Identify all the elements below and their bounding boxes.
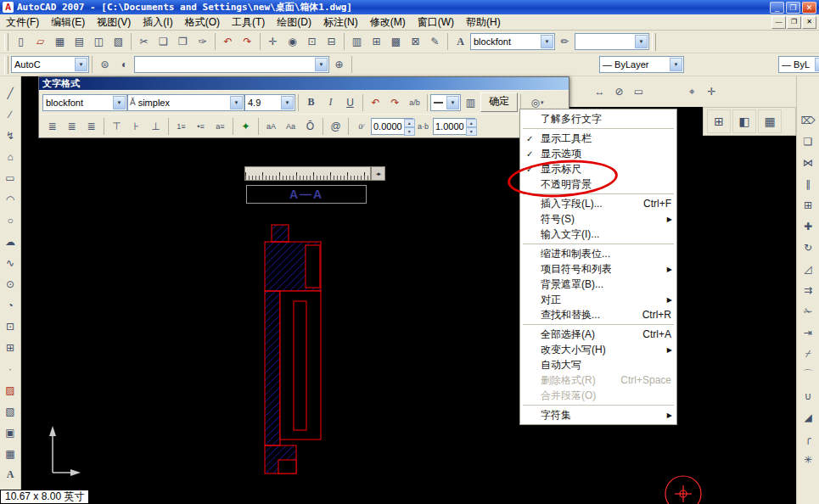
workspace-combo[interactable]: AutoC▼	[11, 56, 89, 73]
zoom-realtime-icon[interactable]: ◉	[283, 32, 302, 52]
drawing-canvas[interactable]: ◂▸ A—A	[21, 76, 796, 504]
dropdown-arrow-icon[interactable]: ▼	[541, 35, 553, 48]
uppercase-icon[interactable]: aA	[261, 116, 281, 136]
erase-icon[interactable]: ⌦	[799, 110, 818, 130]
text-style-icon[interactable]: A	[451, 32, 470, 52]
mdi-restore-button[interactable]: ❐	[787, 16, 801, 29]
menu-draw[interactable]: 绘图(D)	[271, 14, 317, 31]
menu-item-insert-field[interactable]: 插入字段(L)...Ctrl+F	[520, 196, 676, 211]
bold-icon[interactable]: B	[301, 92, 321, 112]
menu-modify[interactable]: 修改(M)	[364, 14, 412, 31]
underline-icon[interactable]: U	[340, 92, 360, 112]
close-button[interactable]: ✕	[802, 2, 816, 14]
layer-states-icon[interactable]: ◐	[115, 55, 134, 75]
justify-left-icon[interactable]: ≣	[42, 116, 62, 136]
layers-icon[interactable]: ⊜	[95, 55, 115, 75]
open-file-icon[interactable]: ▱	[31, 32, 50, 52]
menu-item-autocaps[interactable]: 自动大写	[520, 357, 676, 372]
overline-icon[interactable]: Ō	[300, 116, 320, 136]
justify-right-icon[interactable]: ≣	[81, 116, 101, 136]
ruler-width-handle-icon[interactable]: ◂▸	[371, 166, 385, 181]
menu-tools[interactable]: 工具(T)	[226, 14, 271, 31]
menu-help[interactable]: 帮助(H)	[460, 14, 507, 31]
menu-item-background-mask[interactable]: 背景遮罩(B)...	[520, 277, 676, 292]
menu-window[interactable]: 窗口(W)	[412, 14, 460, 31]
menu-item-bullets-lists[interactable]: 项目符号和列表▶	[520, 261, 676, 277]
menu-format[interactable]: 格式(O)	[179, 14, 226, 31]
new-file-icon[interactable]: ▯	[11, 32, 31, 52]
revision-cloud-icon[interactable]: ☁	[1, 232, 20, 251]
mdi-close-button[interactable]: ✕	[802, 16, 816, 29]
osnap-icon[interactable]: ⌖	[682, 82, 702, 102]
mtext-undo-icon[interactable]: ↶	[366, 92, 385, 112]
menu-dimension[interactable]: 标注(N)	[317, 14, 364, 31]
dropdown-arrow-icon[interactable]: ▼	[815, 58, 819, 71]
multiline-text-icon[interactable]: A	[1, 465, 20, 484]
dropdown-arrow-icon[interactable]: ▼	[446, 96, 459, 109]
lowercase-icon[interactable]: Aa	[281, 116, 300, 136]
menu-item-indents-tabs[interactable]: 缩进和制表位...	[520, 246, 676, 261]
menu-item-character-set[interactable]: 字符集▶	[520, 407, 676, 423]
region-icon[interactable]: ▣	[1, 423, 20, 442]
line-icon[interactable]: ╱	[1, 83, 20, 103]
arc-icon[interactable]: ◠	[1, 189, 20, 209]
toolbar-fragment-icon-3[interactable]: ▦	[758, 109, 782, 133]
ruler-toggle-icon[interactable]: ▥	[461, 92, 480, 112]
stretch-icon[interactable]: ⇉	[799, 280, 818, 300]
menu-item-import-text[interactable]: 输入文字(I)...	[520, 227, 676, 242]
break-icon[interactable]: ⌒	[799, 365, 818, 384]
tool-palettes-icon[interactable]: ▩	[386, 32, 406, 52]
numbered-list-icon[interactable]: 1≡	[171, 116, 191, 136]
markup-icon[interactable]: ✎	[425, 32, 445, 52]
dropdown-arrow-icon[interactable]: ▼	[635, 35, 648, 48]
mtext-edit-box[interactable]: A—A	[246, 185, 367, 204]
ok-button[interactable]: 确定	[480, 92, 518, 112]
copy-clip-icon[interactable]: ❏	[154, 32, 173, 52]
menu-item-show-toolbar[interactable]: ✓显示工具栏	[520, 131, 676, 146]
list-icon[interactable]: ▭	[629, 82, 648, 102]
array-icon[interactable]: ⊞	[799, 195, 818, 215]
bullet-list-icon[interactable]: •≡	[191, 116, 210, 136]
mtext-style-combo[interactable]: blockfont▼	[42, 94, 127, 111]
mirror-icon[interactable]: ⋈	[799, 153, 818, 172]
menu-edit[interactable]: 编辑(E)	[45, 14, 91, 31]
circle-icon[interactable]: ○	[1, 210, 20, 230]
scale-icon[interactable]: ◿	[799, 259, 818, 278]
zoom-window-icon[interactable]: ⊡	[302, 32, 322, 52]
offset-icon[interactable]: ∥	[799, 174, 818, 193]
plot-icon[interactable]: ▤	[70, 32, 89, 52]
table-icon[interactable]: ▦	[1, 444, 20, 463]
spline-icon[interactable]: ∿	[1, 253, 20, 272]
lineweight-combo[interactable]: — ByL▼	[778, 56, 819, 73]
mtext-color-combo[interactable]: ▼	[430, 94, 461, 111]
mtext-ruler[interactable]: ◂▸	[244, 166, 385, 181]
menu-item-symbol[interactable]: 符号(S)▶	[520, 211, 676, 227]
construction-line-icon[interactable]: ∕	[1, 104, 20, 124]
menu-insert[interactable]: 插入(I)	[137, 14, 178, 31]
justify-center-icon[interactable]: ≣	[62, 116, 81, 136]
symbol-icon[interactable]: @	[326, 116, 345, 136]
rotate-icon[interactable]: ↻	[799, 238, 818, 257]
toolbar-fragment-icon-2[interactable]: ◧	[732, 109, 756, 133]
menu-item-find-replace[interactable]: 查找和替换...Ctrl+R	[520, 307, 676, 322]
oblique-angle-icon[interactable]: 0∕	[351, 116, 371, 136]
align-top-icon[interactable]: ⊤	[107, 116, 126, 136]
restore-button[interactable]: ❐	[786, 2, 800, 14]
mdi-minimize-button[interactable]: —	[771, 16, 786, 29]
menu-view[interactable]: 视图(V)	[91, 14, 137, 31]
mtext-font-combo[interactable]: Ăsimplex▼	[127, 94, 244, 111]
chamfer-icon[interactable]: ◢	[799, 407, 818, 427]
publish-icon[interactable]: ▧	[109, 32, 128, 52]
dropdown-arrow-icon[interactable]: ▼	[315, 58, 328, 71]
edit-text-icon[interactable]: ✏	[555, 32, 575, 52]
dropdown-arrow-icon[interactable]: ▼	[281, 96, 294, 109]
polyline-icon[interactable]: ↯	[1, 126, 20, 145]
copy-icon[interactable]: ❏	[799, 132, 818, 151]
extend-icon[interactable]: ⇥	[799, 322, 818, 342]
insert-block-icon[interactable]: ⊡	[1, 316, 20, 336]
make-block-icon[interactable]: ⊞	[1, 338, 20, 357]
toolbar-fragment-icon-1[interactable]: ⊞	[707, 109, 731, 133]
dim-style-combo[interactable]: ▼	[575, 33, 649, 50]
text-style-combo[interactable]: blockfont▼	[470, 33, 555, 50]
menu-item-show-options[interactable]: ✓显示选项	[520, 146, 676, 161]
